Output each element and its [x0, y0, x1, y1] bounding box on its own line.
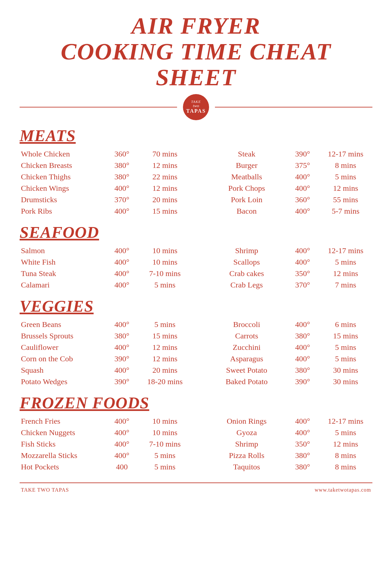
col-gap	[192, 353, 209, 365]
food-temp-left: 400°	[106, 268, 140, 279]
food-temp-left: 400°	[106, 342, 140, 353]
food-temp-left: 400°	[106, 205, 140, 217]
col-gap	[192, 148, 209, 160]
food-temp-right: 375°	[286, 160, 321, 171]
food-name-left: French Fries	[20, 416, 106, 427]
food-name-right: Sweet Potato	[209, 365, 286, 376]
food-name-right: Broccoli	[209, 319, 286, 330]
food-name-left: Mozzarella Sticks	[20, 450, 106, 461]
food-table-veggies: Green Beans400°5 minsBroccoli400°6 minsB…	[20, 319, 372, 387]
food-time-left: 12 mins	[140, 160, 192, 171]
food-name-right: Burger	[209, 160, 286, 171]
table-row: Pork Ribs400°15 minsBacon400°5-7 mins	[20, 205, 372, 217]
food-time-right: 12 mins	[321, 183, 372, 194]
food-name-right: Crab cakes	[209, 268, 286, 279]
divider-with-logo: TAKE two TAPAS	[20, 94, 372, 120]
col-gap	[192, 319, 209, 330]
food-temp-left: 400°	[106, 183, 140, 194]
food-temp-right: 350°	[286, 438, 321, 450]
food-temp-right: 400°	[286, 427, 321, 438]
food-name-right: Baked Potato	[209, 376, 286, 387]
food-time-left: 70 mins	[140, 148, 192, 160]
food-time-left: 20 mins	[140, 365, 192, 376]
food-name-left: Whole Chicken	[20, 148, 106, 160]
food-name-right: Scallops	[209, 256, 286, 268]
food-name-left: Calamari	[20, 279, 106, 291]
col-gap	[192, 245, 209, 256]
food-time-right: 30 mins	[321, 376, 372, 387]
food-time-right: 8 mins	[321, 461, 372, 473]
food-time-right: 12 mins	[321, 438, 372, 450]
col-gap	[192, 171, 209, 183]
food-time-right: 12-17 mins	[321, 416, 372, 427]
food-time-right: 12 mins	[321, 268, 372, 279]
food-time-left: 15 mins	[140, 330, 192, 342]
food-temp-right: 400°	[286, 183, 321, 194]
divider-left	[20, 107, 177, 107]
title-line1: AIR FRYER	[20, 13, 372, 39]
food-name-left: White Fish	[20, 256, 106, 268]
table-row: Whole Chicken360°70 minsSteak390°12-17 m…	[20, 148, 372, 160]
food-temp-left: 400°	[106, 365, 140, 376]
col-gap	[192, 330, 209, 342]
food-temp-left: 400°	[106, 450, 140, 461]
logo: TAKE two TAPAS	[183, 94, 209, 120]
food-name-right: Shrimp	[209, 245, 286, 256]
food-name-right: Gyoza	[209, 427, 286, 438]
food-time-left: 15 mins	[140, 205, 192, 217]
food-temp-right: 380°	[286, 365, 321, 376]
table-row: Chicken Nuggets400°10 minsGyoza400°5 min…	[20, 427, 372, 438]
food-name-left: Squash	[20, 365, 106, 376]
food-time-right: 5-7 mins	[321, 205, 372, 217]
food-time-left: 10 mins	[140, 245, 192, 256]
col-gap	[192, 256, 209, 268]
food-name-left: Chicken Wings	[20, 183, 106, 194]
food-time-right: 8 mins	[321, 450, 372, 461]
food-time-right: 15 mins	[321, 330, 372, 342]
food-temp-right: 400°	[286, 353, 321, 365]
food-temp-left: 400°	[106, 245, 140, 256]
table-row: French Fries400°10 minsOnion Rings400°12…	[20, 416, 372, 427]
food-name-right: Carrots	[209, 330, 286, 342]
food-name-left: Chicken Breasts	[20, 160, 106, 171]
food-name-right: Taquitos	[209, 461, 286, 473]
food-temp-left: 400°	[106, 256, 140, 268]
food-name-left: Tuna Steak	[20, 268, 106, 279]
food-temp-right: 360°	[286, 194, 321, 205]
sections-container: MEATSWhole Chicken360°70 minsSteak390°12…	[20, 126, 372, 473]
table-row: Green Beans400°5 minsBroccoli400°6 mins	[20, 319, 372, 330]
title-line2: COOKING TIME CHEAT SHEET	[20, 39, 372, 90]
col-gap	[192, 427, 209, 438]
food-name-left: Corn on the Cob	[20, 353, 106, 365]
food-temp-right: 400°	[286, 245, 321, 256]
food-name-left: Pork Ribs	[20, 205, 106, 217]
food-temp-right: 400°	[286, 171, 321, 183]
food-name-right: Pork Loin	[209, 194, 286, 205]
food-temp-left: 400°	[106, 279, 140, 291]
food-time-left: 18-20 mins	[140, 376, 192, 387]
food-time-right: 12-17 mins	[321, 148, 372, 160]
footer-divider	[20, 482, 372, 483]
food-time-left: 5 mins	[140, 450, 192, 461]
food-temp-left: 400°	[106, 416, 140, 427]
food-table-meats: Whole Chicken360°70 minsSteak390°12-17 m…	[20, 148, 372, 217]
food-time-left: 10 mins	[140, 416, 192, 427]
col-gap	[192, 376, 209, 387]
food-name-right: Asparagus	[209, 353, 286, 365]
food-temp-right: 390°	[286, 376, 321, 387]
food-temp-left: 400	[106, 461, 140, 473]
col-gap	[192, 450, 209, 461]
table-row: Chicken Wings400°12 minsPork Chops400°12…	[20, 183, 372, 194]
food-time-left: 22 mins	[140, 171, 192, 183]
food-name-left: Cauliflower	[20, 342, 106, 353]
food-table-frozen: French Fries400°10 minsOnion Rings400°12…	[20, 416, 372, 473]
food-temp-left: 400°	[106, 427, 140, 438]
col-gap	[192, 205, 209, 217]
food-temp-left: 400°	[106, 319, 140, 330]
food-name-left: Drumsticks	[20, 194, 106, 205]
table-row: Hot Pockets4005 minsTaquitos380°8 mins	[20, 461, 372, 473]
food-time-left: 12 mins	[140, 183, 192, 194]
footer-left: TAKE TWO TAPAS	[21, 487, 69, 493]
food-temp-left: 360°	[106, 148, 140, 160]
col-gap	[192, 438, 209, 450]
